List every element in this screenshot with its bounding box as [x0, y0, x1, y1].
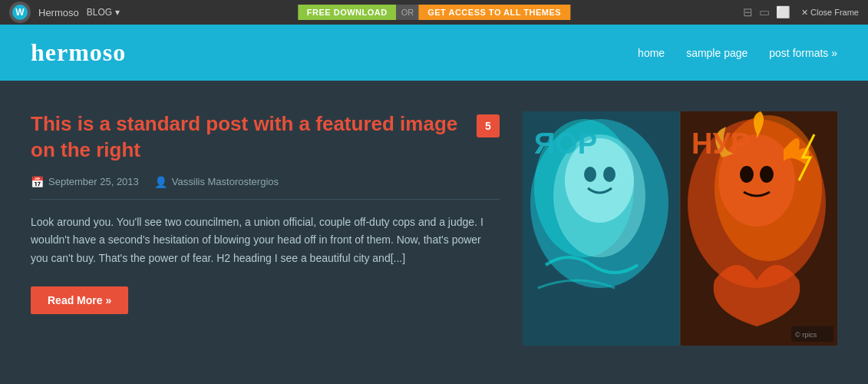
- close-frame-button[interactable]: ✕ Close Frame: [801, 8, 859, 18]
- device-icons: ⊟ ▭ ⬜: [743, 5, 790, 19]
- top-bar-left: W Hermoso BLOG ▾: [9, 2, 120, 23]
- site-logo-text[interactable]: hermoso: [31, 38, 126, 67]
- svg-point-9: [603, 167, 616, 182]
- svg-point-8: [584, 167, 596, 182]
- nav-post-formats[interactable]: post formats »: [769, 47, 837, 59]
- svg-text:ЯОР: ЯОР: [534, 127, 597, 160]
- tablet-icon[interactable]: ⊟: [743, 5, 753, 19]
- post-featured-image[interactable]: ЯОР НУР: [523, 111, 837, 346]
- access-all-themes-button[interactable]: GET ACCESS TO ALL THEMES: [418, 5, 570, 20]
- site-logo-icon[interactable]: W: [9, 2, 31, 23]
- top-bar-right: ⊟ ▭ ⬜ ✕ Close Frame: [743, 5, 859, 19]
- main-content: This is a standard post with a featured …: [0, 81, 868, 372]
- site-header: hermoso home sample page post formats »: [0, 25, 868, 81]
- post-comment-count[interactable]: 5: [477, 114, 500, 137]
- or-label: OR: [397, 5, 419, 20]
- post-author: 👤 Vassilis Mastorostergios: [154, 176, 279, 188]
- author-icon: 👤: [154, 176, 167, 188]
- post-author-text: Vassilis Mastorostergios: [172, 176, 279, 187]
- post-meta: 📅 September 25, 2013 👤 Vassilis Mastoros…: [31, 176, 500, 200]
- post-wrapper: This is a standard post with a featured …: [31, 111, 837, 346]
- desktop-small-icon[interactable]: ▭: [759, 5, 770, 19]
- svg-text:© rpics: © rpics: [795, 331, 817, 339]
- nav-sample-page[interactable]: sample page: [686, 47, 748, 59]
- top-bar-site-name: Hermoso: [38, 7, 79, 18]
- top-bar-center: FREE DOWNLOAD OR GET ACCESS TO ALL THEME…: [298, 5, 570, 20]
- read-more-button[interactable]: Read More »: [31, 286, 128, 314]
- post-content: This is a standard post with a featured …: [31, 111, 500, 314]
- desktop-icon[interactable]: ⬜: [776, 5, 790, 19]
- svg-text:НУР: НУР: [691, 127, 750, 160]
- post-title-row: This is a standard post with a featured …: [31, 111, 500, 164]
- post-date-text: September 25, 2013: [48, 176, 139, 187]
- svg-text:W: W: [15, 7, 25, 18]
- top-bar: W Hermoso BLOG ▾ FREE DOWNLOAD OR GET AC…: [0, 0, 868, 25]
- svg-point-15: [740, 166, 754, 183]
- post-excerpt: Look around you. You'll see two councilm…: [31, 214, 500, 268]
- site-nav: home sample page post formats »: [638, 47, 837, 59]
- post-date: 📅 September 25, 2013: [31, 176, 139, 188]
- post-title[interactable]: This is a standard post with a featured …: [31, 111, 467, 164]
- calendar-icon: 📅: [31, 176, 44, 188]
- free-download-button[interactable]: FREE DOWNLOAD: [298, 5, 397, 20]
- svg-point-16: [760, 166, 774, 183]
- top-bar-blog-menu[interactable]: BLOG ▾: [87, 7, 120, 18]
- nav-home[interactable]: home: [638, 47, 665, 59]
